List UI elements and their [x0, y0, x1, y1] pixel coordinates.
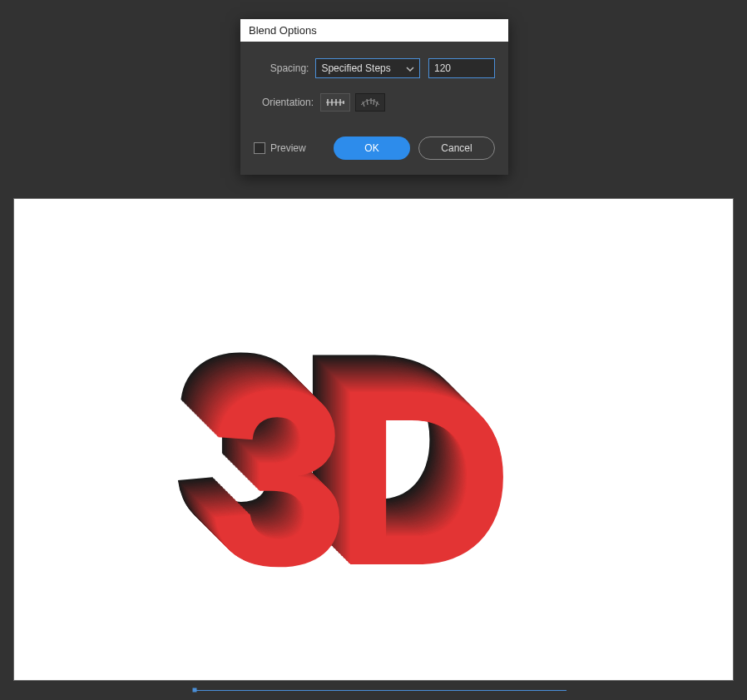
- cancel-button[interactable]: Cancel: [418, 137, 495, 160]
- spacing-mode-select[interactable]: Specified Steps: [315, 58, 420, 78]
- orientation-align-to-page[interactable]: [320, 93, 350, 112]
- orientation-group: [320, 93, 385, 112]
- spacing-mode-value: Specified Steps: [321, 62, 390, 74]
- orientation-align-to-path[interactable]: [355, 93, 385, 112]
- spacing-row: Spacing: Specified Steps: [254, 58, 495, 78]
- preview-label: Preview: [270, 142, 306, 154]
- spacing-steps-input[interactable]: [428, 58, 495, 78]
- blend-step: 3D: [210, 353, 499, 603]
- artboard[interactable]: 3D3D3D3D3D3D3D3D3D3D3D3D3D3D3D3D3D3D3D3D…: [13, 198, 734, 681]
- preview-checkbox-group: Preview: [254, 142, 306, 154]
- spacing-label: Spacing:: [254, 62, 309, 74]
- selection-guide: [193, 690, 566, 691]
- dialog-body: Spacing: Specified Steps Orientation:: [240, 42, 508, 175]
- preview-checkbox[interactable]: [254, 142, 265, 154]
- dialog-title: Blend Options: [240, 19, 508, 42]
- anchor-point[interactable]: [193, 688, 197, 693]
- orientation-label: Orientation:: [254, 97, 314, 108]
- dialog-button-row: Preview OK Cancel: [254, 137, 495, 160]
- ok-button[interactable]: OK: [334, 137, 410, 160]
- svg-line-9: [374, 99, 374, 105]
- chevron-down-icon: [406, 62, 414, 74]
- orientation-row: Orientation:: [254, 93, 495, 112]
- blend-options-dialog: Blend Options Spacing: Specified Steps O…: [240, 19, 508, 175]
